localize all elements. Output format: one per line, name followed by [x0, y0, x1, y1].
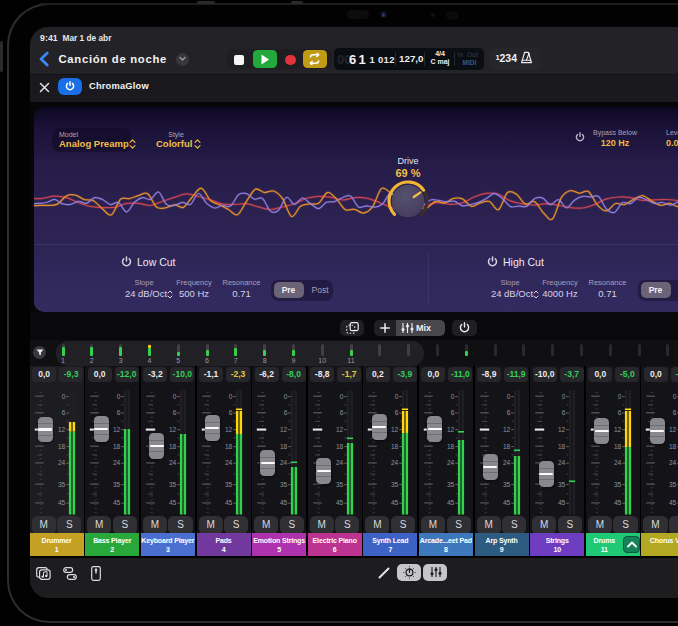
svg-text:6: 6 — [339, 409, 343, 416]
svg-text:12: 12 — [614, 426, 622, 433]
svg-text:12: 12 — [669, 426, 677, 433]
svg-text:24: 24 — [113, 459, 121, 466]
svg-text:35: 35 — [669, 481, 677, 488]
svg-text:12: 12 — [503, 426, 511, 433]
svg-text:35: 35 — [224, 481, 232, 488]
svg-text:0: 0 — [395, 393, 399, 400]
svg-text:24: 24 — [391, 459, 399, 466]
svg-text:18: 18 — [447, 443, 455, 450]
svg-text:0: 0 — [172, 393, 176, 400]
svg-text:0: 0 — [562, 393, 566, 400]
svg-text:24: 24 — [336, 459, 344, 466]
svg-text:45: 45 — [280, 499, 288, 506]
svg-text:6: 6 — [395, 409, 399, 416]
svg-text:18: 18 — [169, 443, 177, 450]
svg-text:0: 0 — [673, 393, 677, 400]
svg-text:24: 24 — [614, 459, 622, 466]
svg-text:6: 6 — [284, 409, 288, 416]
svg-text:35: 35 — [169, 481, 177, 488]
svg-text:45: 45 — [669, 499, 677, 506]
svg-text:6: 6 — [61, 409, 65, 416]
svg-text:35: 35 — [336, 481, 344, 488]
svg-text:35: 35 — [280, 481, 288, 488]
svg-text:6: 6 — [617, 409, 621, 416]
svg-text:24: 24 — [558, 459, 566, 466]
svg-text:18: 18 — [558, 443, 566, 450]
svg-text:45: 45 — [391, 499, 399, 506]
svg-text:0: 0 — [617, 393, 621, 400]
svg-text:24: 24 — [280, 459, 288, 466]
svg-text:45: 45 — [224, 499, 232, 506]
svg-text:45: 45 — [447, 499, 455, 506]
svg-text:0: 0 — [228, 393, 232, 400]
svg-text:45: 45 — [113, 499, 121, 506]
svg-text:18: 18 — [391, 443, 399, 450]
svg-text:6: 6 — [562, 409, 566, 416]
svg-text:6: 6 — [673, 409, 677, 416]
svg-text:0: 0 — [117, 393, 121, 400]
svg-text:12: 12 — [447, 426, 455, 433]
svg-text:0: 0 — [339, 393, 343, 400]
svg-text:24: 24 — [169, 459, 177, 466]
svg-text:12: 12 — [113, 426, 121, 433]
svg-text:35: 35 — [113, 481, 121, 488]
svg-text:18: 18 — [669, 443, 677, 450]
svg-text:24: 24 — [669, 459, 677, 466]
svg-text:12: 12 — [558, 426, 566, 433]
svg-text:45: 45 — [336, 499, 344, 506]
svg-text:45: 45 — [558, 499, 566, 506]
svg-text:6: 6 — [506, 409, 510, 416]
svg-text:12: 12 — [58, 426, 66, 433]
svg-text:18: 18 — [336, 443, 344, 450]
svg-text:18: 18 — [58, 443, 66, 450]
svg-text:0: 0 — [451, 393, 455, 400]
svg-text:24: 24 — [58, 459, 66, 466]
svg-text:12: 12 — [280, 426, 288, 433]
svg-text:35: 35 — [447, 481, 455, 488]
svg-text:24: 24 — [447, 459, 455, 466]
svg-text:35: 35 — [58, 481, 66, 488]
svg-text:24: 24 — [503, 459, 511, 466]
svg-text:6: 6 — [117, 409, 121, 416]
svg-text:18: 18 — [280, 443, 288, 450]
svg-text:6: 6 — [451, 409, 455, 416]
svg-text:12: 12 — [336, 426, 344, 433]
svg-text:12: 12 — [391, 426, 399, 433]
svg-text:35: 35 — [391, 481, 399, 488]
svg-text:35: 35 — [558, 481, 566, 488]
svg-text:35: 35 — [614, 481, 622, 488]
svg-text:18: 18 — [503, 443, 511, 450]
svg-text:18: 18 — [224, 443, 232, 450]
svg-text:18: 18 — [614, 443, 622, 450]
svg-text:6: 6 — [228, 409, 232, 416]
svg-text:45: 45 — [614, 499, 622, 506]
svg-text:12: 12 — [169, 426, 177, 433]
svg-text:12: 12 — [224, 426, 232, 433]
svg-text:6: 6 — [172, 409, 176, 416]
svg-text:0: 0 — [284, 393, 288, 400]
svg-text:0: 0 — [506, 393, 510, 400]
svg-text:45: 45 — [503, 499, 511, 506]
svg-text:0: 0 — [61, 393, 65, 400]
svg-text:45: 45 — [58, 499, 66, 506]
svg-text:35: 35 — [503, 481, 511, 488]
svg-text:24: 24 — [224, 459, 232, 466]
svg-text:45: 45 — [169, 499, 177, 506]
svg-text:18: 18 — [113, 443, 121, 450]
